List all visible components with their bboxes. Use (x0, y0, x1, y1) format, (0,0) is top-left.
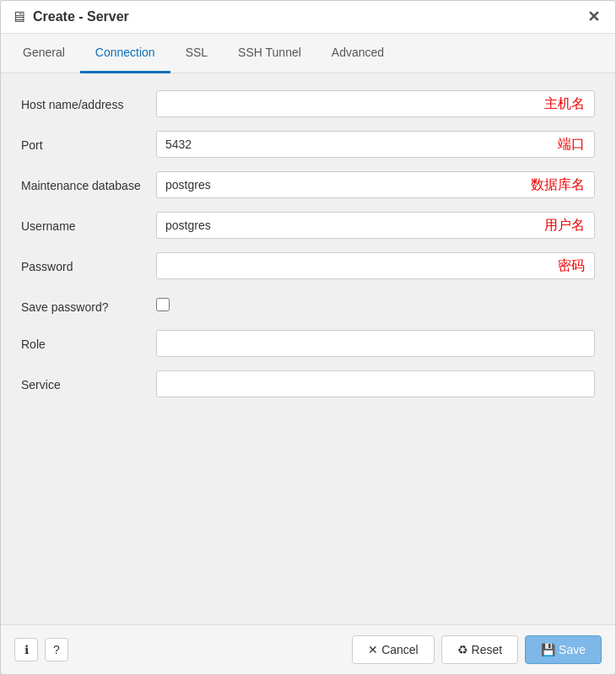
create-server-dialog: 🖥 Create - Server ✕ General Connection S… (0, 0, 616, 675)
dialog-title: Create - Server (33, 9, 129, 24)
tab-connection[interactable]: Connection (80, 34, 170, 73)
info-button[interactable]: ℹ (14, 638, 38, 662)
save-password-field (156, 293, 595, 311)
tab-ssl[interactable]: SSL (170, 34, 223, 73)
tab-advanced[interactable]: Advanced (316, 34, 399, 73)
service-field (156, 370, 595, 397)
info-icon: ℹ (24, 643, 29, 656)
password-field: 密码 (156, 252, 595, 279)
save-password-row: Save password? (21, 293, 595, 316)
role-row: Role (21, 330, 595, 357)
host-input[interactable] (156, 90, 595, 117)
host-field: 主机名 (156, 90, 595, 117)
port-row: Port 端口 (21, 131, 595, 158)
port-input[interactable] (156, 131, 595, 158)
port-input-wrapper: 端口 (156, 131, 595, 158)
username-row: Username 用户名 (21, 212, 595, 239)
tab-ssh-tunnel[interactable]: SSH Tunnel (223, 34, 316, 73)
maintenance-db-row: Maintenance database 数据库名 (21, 171, 595, 198)
password-input-wrapper: 密码 (156, 252, 595, 279)
save-button[interactable]: 💾 Save (525, 635, 602, 664)
host-label: Host name/address (21, 90, 156, 114)
maintenance-db-input-wrapper: 数据库名 (156, 171, 595, 198)
username-input-wrapper: 用户名 (156, 212, 595, 239)
service-label: Service (21, 370, 156, 394)
close-button[interactable]: ✕ (582, 8, 605, 26)
footer-left: ℹ ? (14, 638, 68, 662)
password-label: Password (21, 252, 156, 276)
password-input[interactable] (156, 252, 595, 279)
maintenance-db-field: 数据库名 (156, 171, 595, 198)
username-input[interactable] (156, 212, 595, 239)
maintenance-db-label: Maintenance database (21, 171, 156, 195)
host-input-wrapper: 主机名 (156, 90, 595, 117)
password-row: Password 密码 (21, 252, 595, 279)
role-input[interactable] (156, 330, 595, 357)
form-content: Host name/address 主机名 Port 端口 Maintenanc… (1, 73, 615, 624)
title-left: 🖥 Create - Server (11, 8, 129, 26)
tab-bar: General Connection SSL SSH Tunnel Advanc… (1, 34, 615, 73)
reset-button[interactable]: ♻ Reset (441, 635, 518, 664)
username-label: Username (21, 212, 156, 235)
role-label: Role (21, 330, 156, 354)
role-field (156, 330, 595, 357)
save-password-checkbox-wrapper (156, 293, 595, 311)
save-password-label: Save password? (21, 293, 156, 316)
port-label: Port (21, 131, 156, 154)
server-icon: 🖥 (11, 8, 26, 26)
help-icon: ? (53, 643, 60, 656)
save-password-checkbox[interactable] (156, 298, 170, 311)
title-bar: 🖥 Create - Server ✕ (1, 1, 615, 34)
help-button[interactable]: ? (45, 638, 68, 662)
cancel-button[interactable]: ✕ Cancel (352, 635, 434, 664)
footer-right: ✕ Cancel ♻ Reset 💾 Save (352, 635, 602, 664)
port-field: 端口 (156, 131, 595, 158)
dialog-footer: ℹ ? ✕ Cancel ♻ Reset 💾 Save (1, 624, 615, 674)
username-field: 用户名 (156, 212, 595, 239)
maintenance-db-input[interactable] (156, 171, 595, 198)
host-row: Host name/address 主机名 (21, 90, 595, 117)
service-row: Service (21, 370, 595, 397)
tab-general[interactable]: General (8, 34, 80, 73)
service-input[interactable] (156, 370, 595, 397)
